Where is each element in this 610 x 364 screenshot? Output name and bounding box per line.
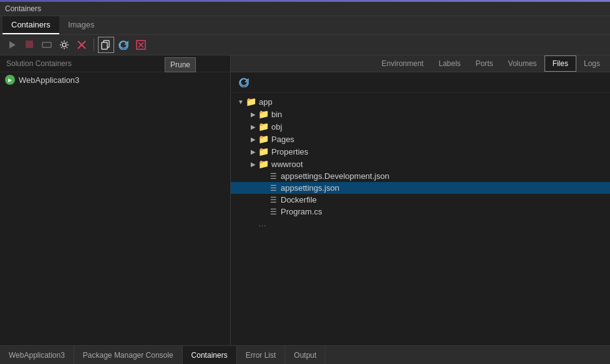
content-area: Solution Containers ▶ WebApplication3 En… (0, 55, 610, 345)
tab-environment[interactable]: Environment (374, 56, 431, 71)
file-node-app[interactable]: ▼ 📁 app (231, 95, 610, 108)
file-node-dockerfile[interactable]: ▶ ☰ Dockerfile (231, 194, 610, 206)
tab-containers[interactable]: Containers (2, 16, 59, 34)
folder-icon-properties: 📁 (258, 146, 269, 156)
chevron-wwwroot: ▶ (248, 161, 258, 168)
node-label-appsettings-dev: appsettings.Development.json (281, 171, 389, 181)
chevron-bin: ▶ (248, 111, 258, 118)
file-node-pages[interactable]: ▶ 📁 Pages (231, 133, 610, 145)
tab-files[interactable]: Files (545, 55, 576, 72)
node-label-appsettings: appsettings.json (281, 183, 339, 193)
start-button[interactable] (4, 37, 20, 53)
container-item-webapplication3[interactable]: ▶ WebApplication3 (0, 72, 230, 87)
svg-rect-1 (26, 41, 33, 48)
file-node-obj[interactable]: ▶ 📁 obj (231, 120, 610, 133)
file-node-wwwroot[interactable]: ▶ 📁 wwwroot (231, 158, 610, 170)
toolbar-sep (94, 39, 94, 51)
top-tab-bar: Containers Images (0, 16, 610, 35)
file-icon-programcs: ☰ (268, 208, 278, 216)
file-node-appsettings[interactable]: ▶ ☰ appsettings.json (231, 182, 610, 194)
file-icon-appsettings-dev: ☰ (268, 172, 278, 181)
file-icon-dockerfile: ☰ (268, 196, 278, 204)
file-node-properties[interactable]: ▶ 📁 Properties (231, 145, 610, 158)
bottom-tab-output[interactable]: Output (285, 346, 326, 364)
node-label-app: app (259, 97, 273, 107)
file-tree: ▼ 📁 app ▶ 📁 bin ▶ 📁 obj (231, 93, 610, 345)
tab-ports[interactable]: Ports (468, 56, 501, 71)
node-label-bin: bin (271, 110, 282, 119)
copy-button[interactable] (98, 37, 114, 53)
refresh-button[interactable] (115, 37, 132, 53)
folder-icon-bin: 📁 (258, 109, 269, 119)
left-panel: Solution Containers ▶ WebApplication3 (0, 55, 231, 345)
running-indicator: ▶ (5, 75, 15, 85)
file-node-appsettings-dev[interactable]: ▶ ☰ appsettings.Development.json (231, 170, 610, 182)
bottom-tab-packagemanager[interactable]: Package Manager Console (74, 346, 183, 364)
title-bar: Containers (0, 2, 610, 16)
chevron-properties: ▶ (248, 148, 258, 155)
container-label: WebApplication3 (19, 75, 79, 85)
file-node-bin[interactable]: ▶ 📁 bin (231, 108, 610, 120)
bottom-tab-webapplication3[interactable]: WebApplication3 (0, 346, 74, 364)
node-label-programcs: Program.cs (281, 207, 322, 216)
settings-button[interactable] (56, 37, 72, 53)
attach-button[interactable] (39, 37, 55, 53)
node-label-dockerfile: Dockerfile (281, 195, 317, 204)
chevron-obj: ▶ (248, 123, 258, 130)
files-refresh-button[interactable] (236, 74, 252, 90)
prune-tooltip: Prune (165, 57, 196, 72)
chevron-pages: ▶ (248, 136, 258, 143)
right-tab-bar: Environment Labels Ports Volumes Files L… (231, 55, 610, 72)
tab-images[interactable]: Images (59, 16, 104, 34)
file-node-programcs[interactable]: ▶ ☰ Program.cs (231, 206, 610, 218)
svg-rect-7 (102, 42, 107, 49)
main-window: Containers Containers Images (0, 2, 610, 364)
folder-icon-pages: 📁 (258, 134, 269, 144)
tab-volumes[interactable]: Volumes (501, 56, 545, 71)
folder-icon-wwwroot: 📁 (258, 159, 269, 169)
chevron-app: ▼ (236, 98, 246, 105)
title-label: Containers (5, 4, 41, 13)
file-icon-appsettings: ☰ (268, 184, 278, 193)
bottom-tab-bar: WebApplication3 Package Manager Console … (0, 345, 610, 364)
delete-button[interactable] (74, 37, 90, 53)
node-label-properties: Properties (271, 147, 308, 156)
prune-button[interactable] (133, 37, 149, 53)
svg-point-3 (62, 43, 66, 47)
svg-marker-0 (9, 41, 16, 49)
folder-icon-obj: 📁 (258, 122, 269, 132)
right-panel: Environment Labels Ports Volumes Files L… (231, 55, 610, 345)
node-label-obj: obj (271, 122, 282, 132)
tab-labels[interactable]: Labels (431, 56, 468, 71)
svg-rect-2 (42, 42, 51, 47)
file-node-more: … (231, 218, 610, 229)
toolbar: Prune (0, 35, 610, 55)
stop-button[interactable] (21, 37, 37, 53)
node-label-wwwroot: wwwroot (271, 160, 303, 169)
bottom-tab-errorlist[interactable]: Error List (237, 346, 286, 364)
right-toolbar (231, 72, 610, 93)
bottom-tab-containers[interactable]: Containers (183, 346, 237, 364)
tab-logs[interactable]: Logs (576, 56, 608, 71)
node-label-pages: Pages (271, 135, 294, 144)
folder-icon-app: 📁 (246, 97, 256, 107)
